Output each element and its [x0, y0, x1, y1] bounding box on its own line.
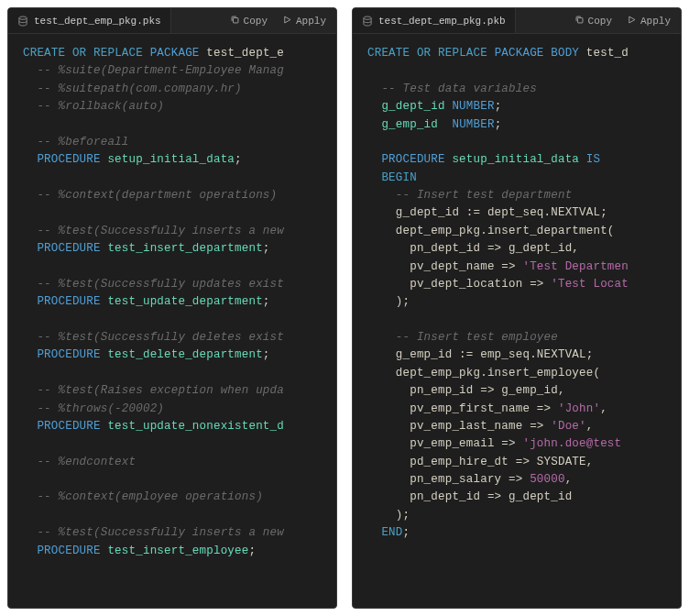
code-line: -- Test data variables — [367, 81, 672, 98]
code-line: pn_dept_id => g_dept_id — [367, 489, 672, 506]
code-line: pd_emp_hire_dt => SYSDATE, — [367, 454, 672, 471]
database-icon — [17, 16, 28, 27]
copy-button[interactable]: Copy — [224, 12, 274, 30]
code-line: ); — [367, 293, 672, 311]
code-line — [23, 507, 327, 524]
tab-bar: test_dept_emp_pkg.pks Copy Apply — [8, 8, 336, 34]
code-line: g_emp_id NUMBER; — [367, 116, 672, 134]
copy-label: Copy — [244, 16, 268, 27]
code-line: PROCEDURE test_insert_department; — [23, 240, 327, 258]
copy-icon — [574, 15, 585, 28]
code-line — [23, 116, 327, 134]
code-line: -- %test(Successfully inserts a new — [23, 524, 327, 542]
code-line — [23, 365, 327, 382]
code-line: -- Insert test department — [367, 187, 672, 204]
code-line: -- %test(Successfully inserts a new — [23, 223, 327, 240]
code-line — [23, 471, 327, 489]
tab-actions: Copy Apply — [224, 12, 336, 30]
copy-icon — [230, 15, 240, 28]
svg-rect-1 — [233, 17, 238, 23]
copy-button[interactable]: Copy — [568, 12, 618, 30]
play-icon — [282, 15, 292, 28]
code-line: pv_dept_location => 'Test Locat — [367, 276, 672, 293]
code-line: END; — [367, 524, 672, 542]
tab-bar: test_dept_emp_pkg.pkb Copy Apply — [353, 8, 681, 34]
code-line: PROCEDURE setup_initial_data; — [23, 151, 327, 169]
file-tab[interactable]: test_dept_emp_pkg.pks — [8, 8, 171, 33]
code-line — [23, 258, 327, 276]
tab-actions: Copy Apply — [568, 12, 681, 30]
code-line: pn_dept_id => g_dept_id, — [367, 240, 672, 258]
apply-button[interactable]: Apply — [620, 12, 677, 30]
code-editor-right[interactable]: CREATE OR REPLACE PACKAGE BODY test_d --… — [353, 34, 681, 608]
code-line — [367, 134, 672, 151]
code-line — [23, 170, 327, 187]
code-line — [23, 204, 327, 222]
code-line: pv_emp_last_name => 'Doe', — [367, 418, 672, 435]
file-tab-label: test_dept_emp_pkg.pkb — [378, 16, 506, 27]
code-line: dept_emp_pkg.insert_employee( — [367, 365, 672, 382]
code-line: -- %endcontext — [23, 454, 327, 471]
apply-label: Apply — [640, 16, 671, 27]
code-line: pv_emp_first_name => 'John', — [367, 401, 672, 418]
code-line: -- %test(Successfully deletes exist — [23, 329, 327, 346]
code-line — [23, 435, 327, 453]
code-line: ); — [367, 507, 672, 524]
code-line — [367, 62, 672, 80]
play-icon — [627, 15, 637, 28]
code-line: pv_emp_email => 'john.doe@test — [367, 435, 672, 453]
code-line: PROCEDURE test_delete_department; — [23, 346, 327, 364]
code-line: -- %context(employee operations) — [23, 489, 327, 506]
code-line: PROCEDURE test_insert_employee; — [23, 543, 327, 560]
file-tab-label: test_dept_emp_pkg.pks — [34, 16, 161, 27]
database-icon — [362, 16, 373, 27]
code-line: -- Insert test employee — [367, 329, 672, 346]
code-line: g_dept_id NUMBER; — [367, 98, 672, 116]
code-line: g_dept_id := dept_seq.NEXTVAL; — [367, 204, 672, 222]
file-tab[interactable]: test_dept_emp_pkg.pkb — [353, 8, 516, 33]
code-line: BEGIN — [367, 170, 672, 187]
code-line: -- %test(Raises exception when upda — [23, 382, 327, 400]
code-line: -- %context(department operations) — [23, 187, 327, 204]
editor-pane-right: test_dept_emp_pkg.pkb Copy Apply — [352, 7, 682, 609]
code-editor-left[interactable]: CREATE OR REPLACE PACKAGE test_dept_e --… — [8, 34, 336, 608]
svg-point-2 — [364, 16, 371, 18]
code-line: -- %suitepath(com.company.hr) — [23, 81, 327, 98]
code-line: -- %beforeall — [23, 134, 327, 151]
code-line — [23, 312, 327, 329]
code-line: pn_emp_salary => 50000, — [367, 471, 672, 489]
code-line: CREATE OR REPLACE PACKAGE BODY test_d — [367, 45, 672, 62]
code-line: pn_emp_id => g_emp_id, — [367, 382, 672, 400]
code-line: -- %suite(Department-Employee Manag — [23, 62, 327, 80]
apply-label: Apply — [296, 16, 326, 27]
code-line: PROCEDURE test_update_nonexistent_d — [23, 418, 327, 435]
code-line — [367, 312, 672, 329]
code-line: PROCEDURE setup_initial_data IS — [367, 151, 672, 169]
code-line: -- %rollback(auto) — [23, 98, 327, 116]
apply-button[interactable]: Apply — [276, 12, 333, 30]
editor-pane-left: test_dept_emp_pkg.pks Copy Apply — [7, 7, 337, 609]
code-line: -- %throws(-20002) — [23, 401, 327, 418]
code-line: pv_dept_name => 'Test Departmen — [367, 258, 672, 276]
code-line: -- %test(Successfully updates exist — [23, 276, 327, 293]
code-line: g_emp_id := emp_seq.NEXTVAL; — [367, 346, 672, 364]
code-line: CREATE OR REPLACE PACKAGE test_dept_e — [23, 45, 327, 62]
svg-rect-3 — [577, 17, 583, 23]
copy-label: Copy — [588, 16, 612, 27]
code-line: dept_emp_pkg.insert_department( — [367, 223, 672, 240]
svg-point-0 — [19, 16, 27, 18]
code-line: PROCEDURE test_update_department; — [23, 293, 327, 311]
